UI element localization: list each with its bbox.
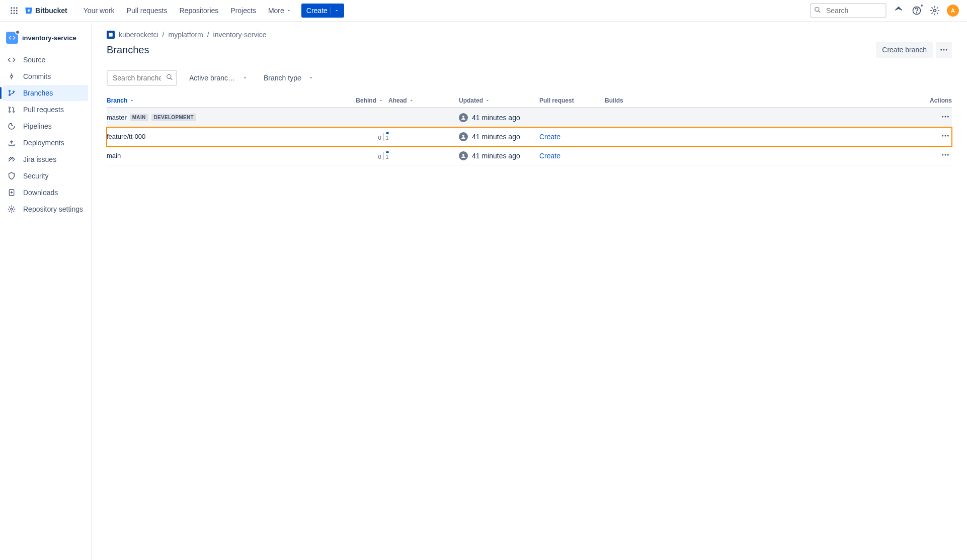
nav-your-work[interactable]: Your work (77, 3, 121, 19)
branch-icon (7, 88, 16, 98)
svg-point-2 (16, 7, 18, 9)
svg-point-5 (16, 10, 18, 12)
sidebar-item-label: Branches (23, 89, 53, 97)
sidebar-item-downloads[interactable]: Downloads (3, 184, 88, 201)
svg-point-38 (947, 135, 949, 137)
sidebar-item-security[interactable]: Security (3, 168, 88, 184)
branches-table: Branch Behind Ahead Updated Pull request (107, 94, 952, 165)
svg-point-21 (9, 111, 11, 113)
svg-point-35 (462, 135, 464, 137)
svg-point-7 (14, 13, 15, 14)
shield-icon (7, 171, 16, 180)
svg-point-28 (946, 49, 947, 51)
svg-point-29 (167, 74, 171, 78)
sidebar-item-deployments[interactable]: Deployments (3, 135, 88, 151)
sidebar-item-label: Commits (23, 72, 51, 80)
nav-repositories[interactable]: Repositories (173, 3, 224, 19)
sidebar-item-branches[interactable]: Branches (3, 85, 88, 101)
notifications-icon[interactable] (893, 5, 905, 17)
user-avatar[interactable]: A (947, 5, 959, 17)
svg-point-12 (917, 13, 917, 13)
branch-name[interactable]: master (107, 114, 127, 121)
author-avatar-icon (459, 113, 468, 122)
app-switcher-icon[interactable] (8, 5, 20, 17)
gear-icon (7, 205, 16, 214)
svg-point-42 (947, 154, 949, 156)
svg-point-24 (11, 208, 13, 210)
svg-point-32 (942, 116, 943, 118)
create-pr-link[interactable]: Create (539, 152, 560, 160)
chevron-down-icon (308, 75, 313, 80)
create-button-divider (331, 7, 331, 14)
th-ahead[interactable]: Ahead (383, 97, 419, 104)
create-button[interactable]: Create (301, 4, 344, 18)
ahead-count: 1 (386, 154, 389, 160)
sidebar-item-pull-requests[interactable]: Pull requests (3, 102, 88, 118)
more-actions-button[interactable] (936, 42, 952, 58)
branch-search[interactable] (107, 70, 177, 86)
behind-count: 0 (378, 154, 381, 160)
filter-active-branches[interactable]: Active branches (185, 71, 252, 85)
global-search[interactable] (810, 3, 887, 18)
settings-icon[interactable] (929, 5, 941, 17)
breadcrumb-project[interactable]: myplatform (168, 31, 203, 39)
th-behind[interactable]: Behind (348, 97, 383, 104)
sidebar-item-pipelines[interactable]: Pipelines (3, 118, 88, 134)
svg-point-4 (14, 10, 15, 12)
chevron-down-icon (286, 8, 291, 13)
chevron-down-icon (378, 98, 383, 103)
breadcrumb-workspace[interactable]: kuberocketci (119, 31, 158, 39)
branch-name[interactable]: feature/tt-000 (107, 133, 145, 140)
sidebar-nav-list: SourceCommitsBranchesPull requestsPipeli… (3, 52, 88, 217)
chevron-down-icon (334, 8, 339, 13)
th-updated[interactable]: Updated (419, 97, 539, 104)
sidebar-repo-header[interactable]: inventory-service (3, 28, 88, 52)
nav-pull-requests[interactable]: Pull requests (121, 3, 174, 19)
global-search-input[interactable] (810, 3, 887, 18)
search-icon (166, 74, 173, 82)
behind-ahead-indicator: 01 (348, 151, 419, 160)
bitbucket-logo[interactable]: Bitbucket (24, 6, 67, 15)
svg-rect-25 (109, 33, 113, 37)
filter-branch-type[interactable]: Branch type (260, 71, 317, 85)
bitbucket-icon (24, 6, 33, 15)
create-branch-button[interactable]: Create branch (876, 42, 933, 58)
svg-point-13 (934, 10, 936, 12)
table-header-row: Branch Behind Ahead Updated Pull request (107, 94, 952, 108)
svg-point-20 (9, 107, 11, 109)
table-row: main0141 minutes agoCreate (107, 146, 952, 165)
sidebar-item-repository-settings[interactable]: Repository settings (3, 201, 88, 217)
svg-point-34 (947, 116, 949, 118)
pr-icon (7, 105, 16, 114)
create-pr-link[interactable]: Create (539, 133, 560, 141)
help-icon[interactable] (911, 5, 923, 17)
sidebar-item-label: Deployments (23, 139, 64, 147)
nav-projects[interactable]: Projects (224, 3, 262, 19)
nav-more[interactable]: More (262, 3, 297, 19)
repo-badge-icon (15, 30, 20, 35)
breadcrumb-repo[interactable]: inventory-service (213, 31, 267, 39)
svg-point-19 (13, 91, 15, 92)
row-actions-button[interactable] (939, 129, 952, 144)
page-title-row: Branches Create branch (107, 42, 952, 58)
top-nav-right: A (810, 3, 959, 18)
branch-name[interactable]: main (107, 152, 121, 159)
ellipsis-icon (941, 150, 950, 159)
updated-time: 41 minutes ago (472, 133, 520, 141)
sidebar-item-jira-issues[interactable]: Jira issues (3, 151, 88, 167)
svg-point-37 (945, 135, 946, 137)
table-row: masterMAINDEVELOPMENT41 minutes ago (107, 108, 952, 127)
product-name: Bitbucket (35, 7, 67, 15)
sidebar-item-source[interactable]: Source (3, 52, 88, 68)
updated-time: 41 minutes ago (472, 152, 520, 160)
sidebar-item-label: Source (23, 56, 45, 64)
behind-count: 0 (378, 135, 381, 141)
svg-point-6 (11, 13, 12, 14)
sidebar-item-label: Repository settings (23, 205, 83, 213)
sidebar-item-commits[interactable]: Commits (3, 68, 88, 84)
row-actions-button[interactable] (939, 110, 952, 125)
th-pull-request: Pull request (539, 97, 605, 104)
th-branch[interactable]: Branch (107, 97, 348, 104)
row-actions-button[interactable] (939, 148, 952, 163)
filter-branch-type-label: Branch type (264, 74, 301, 82)
